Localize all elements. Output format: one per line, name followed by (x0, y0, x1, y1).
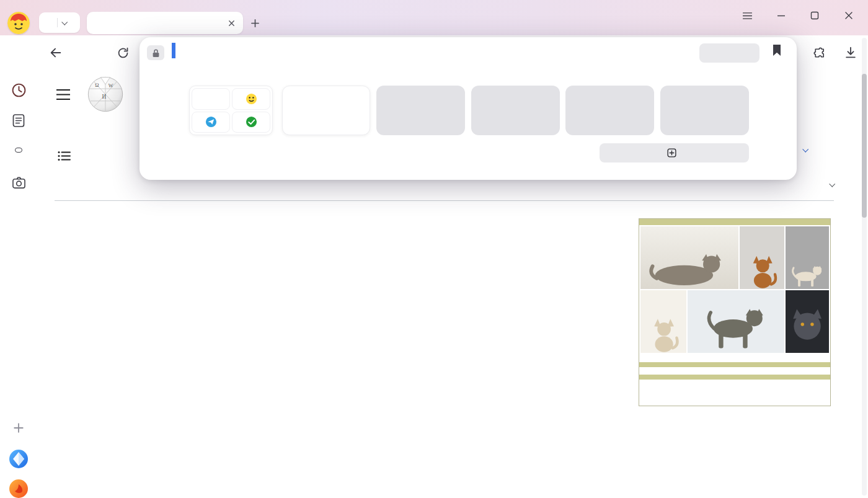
browser-sidebar (0, 35, 37, 498)
favorite-yandex[interactable] (192, 88, 230, 110)
infobox-row (639, 380, 830, 388)
extensions-icon[interactable] (810, 43, 828, 62)
edit-section-links (66, 277, 81, 288)
divider (55, 200, 834, 201)
site-security-chip[interactable] (147, 45, 164, 60)
avatar-face-icon (7, 12, 30, 34)
infobox-photo-grid (639, 225, 830, 354)
page-tabs-row (56, 181, 834, 187)
tab-counter-button[interactable] (39, 12, 80, 33)
cat-photo-1[interactable] (640, 226, 738, 289)
contents-icon[interactable] (58, 151, 71, 162)
lock-icon (152, 48, 160, 58)
section-heading-row (56, 277, 81, 288)
language-switcher[interactable] (799, 148, 807, 152)
favorite-messenger[interactable] (192, 112, 230, 133)
add-square-icon (667, 148, 676, 158)
yandex-service-icon[interactable] (0, 478, 37, 498)
window-menu-button[interactable] (738, 8, 756, 23)
sidebar-add-icon[interactable] (0, 419, 37, 437)
tablo-empty-tile (660, 86, 749, 135)
yandex-search-button[interactable] (81, 43, 99, 62)
cat-photo-6[interactable] (786, 290, 829, 353)
divider (57, 18, 58, 27)
minimize-icon (777, 11, 786, 20)
cat-photo-3[interactable] (786, 226, 829, 289)
page-tabs-right (758, 181, 834, 187)
window-maximize-button[interactable] (806, 8, 823, 23)
copy-url-button[interactable] (699, 43, 760, 63)
chevron-down-icon[interactable] (829, 180, 835, 187)
cat-photo-4[interactable] (640, 290, 686, 353)
yandex-browser-icon[interactable] (0, 448, 37, 469)
url-selected-text (172, 43, 175, 58)
svg-text:W: W (108, 82, 113, 89)
add-to-tablo-button[interactable] (600, 143, 749, 162)
favorite-smiley[interactable] (232, 88, 270, 110)
back-button[interactable] (46, 43, 65, 62)
infobox-row (639, 388, 830, 397)
infobox-status-value (639, 367, 830, 375)
window-minimize-button[interactable] (773, 8, 790, 23)
window-titlebar (0, 0, 868, 35)
tablo-empty-tile (376, 86, 465, 135)
svg-text:И: И (102, 94, 106, 100)
close-icon (844, 11, 853, 20)
infobox-status-header (639, 362, 830, 367)
green-check-icon (246, 116, 257, 128)
feed-icon[interactable] (0, 111, 37, 130)
menu-icon (742, 12, 753, 20)
favorite-bank[interactable] (232, 112, 270, 133)
history-icon[interactable] (0, 80, 37, 100)
browser-tab-active[interactable] (87, 12, 243, 34)
cat-photo-5[interactable] (688, 290, 784, 353)
infobox-caption (639, 354, 830, 362)
smiley-icon (246, 93, 257, 105)
tablo-tile-current-site[interactable] (282, 86, 370, 135)
infobox-title (639, 219, 830, 225)
tablo-empty-tile (565, 86, 654, 135)
tabs-count-badge (15, 148, 22, 153)
page-tabs-left (56, 181, 74, 187)
tab-close-icon[interactable] (226, 17, 237, 29)
paper-plane-icon (205, 116, 217, 128)
screenshot-icon[interactable] (0, 173, 37, 192)
maximize-icon (810, 11, 819, 20)
refresh-button[interactable] (113, 43, 132, 62)
wikipedia-logo[interactable]: Ω W И (87, 76, 124, 113)
url-input[interactable] (172, 45, 175, 57)
infobox-classification-header (639, 375, 830, 380)
plus-icon (250, 19, 260, 28)
cat-photo-2[interactable] (740, 226, 784, 289)
scrollbar-thumb[interactable] (862, 74, 867, 218)
bookmark-icon[interactable] (772, 44, 782, 56)
downloads-button[interactable] (841, 43, 860, 62)
infobox-row (639, 397, 830, 406)
favorites-grid[interactable] (189, 86, 273, 135)
window-close-button[interactable] (840, 8, 857, 23)
svg-text:Ω: Ω (95, 82, 99, 88)
chevron-down-icon (61, 19, 68, 25)
chevron-down-icon (802, 146, 808, 153)
tabs-panel-button[interactable] (0, 141, 37, 159)
taxobox (639, 218, 831, 406)
new-tab-button[interactable] (247, 16, 262, 30)
tablo-empty-tile (471, 86, 560, 135)
wiki-menu-icon[interactable] (56, 89, 72, 102)
profile-avatar[interactable] (7, 12, 30, 34)
omnibox-dropdown (140, 37, 797, 180)
